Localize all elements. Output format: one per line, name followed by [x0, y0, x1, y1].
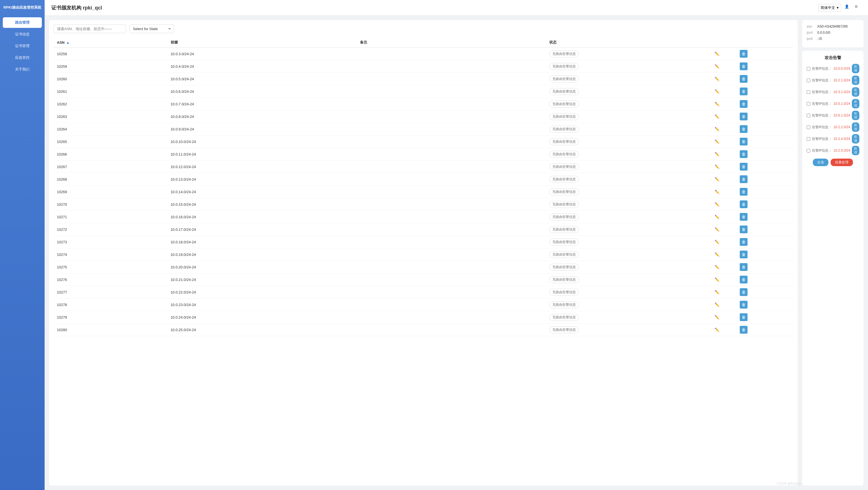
col-header-status: 状态 [546, 38, 698, 47]
edit-icon[interactable]: ✏️ [715, 327, 719, 332]
edit-icon[interactable]: ✏️ [715, 102, 719, 106]
alert-handle-button[interactable]: 处理 [852, 99, 859, 108]
alert-checkbox[interactable] [807, 102, 810, 106]
status-button[interactable]: 无路由告警信息 [549, 201, 579, 208]
status-button[interactable]: 无路由告警信息 [549, 264, 579, 271]
status-button[interactable]: 无路由告警信息 [549, 101, 579, 107]
status-button[interactable]: 无路由告警信息 [549, 314, 579, 321]
status-button[interactable]: 无路由告警信息 [549, 226, 579, 233]
col-header-asn[interactable]: ASN ▲ [54, 38, 167, 47]
edit-icon[interactable]: ✏️ [715, 177, 719, 182]
state-select[interactable]: Select for State无路由告警信息有路由告警信息 [129, 25, 174, 33]
status-button[interactable]: 无路由告警信息 [549, 88, 579, 95]
status-button[interactable]: 无路由告警信息 [549, 188, 579, 195]
edit-icon[interactable]: ✏️ [715, 227, 719, 232]
edit-icon[interactable]: ✏️ [715, 240, 719, 244]
edit-icon[interactable]: ✏️ [715, 202, 719, 206]
delete-button[interactable]: 🗑 [740, 200, 748, 208]
status-button[interactable]: 无路由告警信息 [549, 301, 579, 308]
status-button[interactable]: 无路由告警信息 [549, 214, 579, 221]
edit-icon[interactable]: ✏️ [715, 290, 719, 294]
batch-handle-button[interactable]: 批量处理 [831, 159, 853, 166]
search-input[interactable] [54, 25, 126, 33]
delete-button[interactable]: 🗑 [740, 150, 748, 158]
alert-handle-button[interactable]: 处理 [852, 64, 859, 73]
delete-button[interactable]: 🗑 [740, 100, 748, 108]
status-button[interactable]: 无路由告警信息 [549, 63, 579, 70]
status-button[interactable]: 无路由告警信息 [549, 138, 579, 145]
alert-checkbox[interactable] [807, 149, 810, 153]
edit-icon[interactable]: ✏️ [715, 127, 719, 131]
status-button[interactable]: 无路由告警信息 [549, 151, 579, 158]
edit-icon[interactable]: ✏️ [715, 89, 719, 94]
sidebar-item-about[interactable]: 关于我们 [3, 64, 42, 75]
alert-checkbox[interactable] [807, 78, 810, 82]
language-selector[interactable]: 简体中文 ▾ [818, 4, 841, 12]
delete-button[interactable]: 🗑 [740, 62, 748, 70]
delete-button[interactable]: 🗑 [740, 276, 748, 284]
delete-button[interactable]: 🗑 [740, 50, 748, 58]
alert-checkbox[interactable] [807, 114, 810, 117]
alert-checkbox[interactable] [807, 67, 810, 70]
delete-button[interactable]: 🗑 [740, 301, 748, 308]
delete-button[interactable]: 🗑 [740, 326, 748, 334]
sidebar-item-cert-mgmt[interactable]: 证书管理 [3, 41, 42, 51]
edit-icon[interactable]: ✏️ [715, 152, 719, 156]
sidebar-item-route-mgmt[interactable]: 路由管理 [3, 17, 42, 28]
alert-checkbox[interactable] [807, 137, 810, 141]
status-button[interactable]: 无路由告警信息 [549, 113, 579, 120]
edit-icon[interactable]: ✏️ [715, 315, 719, 319]
status-button[interactable]: 无路由告警信息 [549, 51, 579, 57]
delete-button[interactable]: 🗑 [740, 138, 748, 145]
alert-checkbox[interactable] [807, 90, 810, 94]
status-button[interactable]: 无路由告警信息 [549, 75, 579, 83]
status-button[interactable]: 无路由告警信息 [549, 163, 579, 170]
alert-handle-button[interactable]: 处理 [852, 87, 859, 97]
delete-button[interactable]: 🗑 [740, 251, 748, 258]
edit-icon[interactable]: ✏️ [715, 215, 719, 219]
alert-handle-button[interactable]: 处理 [852, 146, 859, 155]
status-button[interactable]: 无路由告警信息 [549, 326, 579, 333]
edit-icon[interactable]: ✏️ [715, 77, 719, 81]
edit-icon[interactable]: ✏️ [715, 252, 719, 257]
delete-button[interactable]: 🗑 [740, 313, 748, 321]
status-button[interactable]: 无路由告警信息 [549, 276, 579, 283]
edit-icon[interactable]: ✏️ [715, 64, 719, 69]
edit-icon[interactable]: ✏️ [715, 139, 719, 144]
delete-button[interactable]: 🗑 [740, 75, 748, 83]
edit-icon[interactable]: ✏️ [715, 190, 719, 194]
delete-button[interactable]: 🗑 [740, 112, 748, 121]
delete-button[interactable]: 🗑 [740, 88, 748, 95]
status-button[interactable]: 无路由告警信息 [549, 238, 579, 246]
alert-checkbox[interactable] [807, 125, 810, 129]
alert-handle-button[interactable]: 处理 [852, 75, 859, 85]
status-button[interactable]: 无路由告警信息 [549, 176, 579, 183]
alert-handle-button[interactable]: 处理 [852, 111, 859, 120]
sidebar-item-emergency[interactable]: 应急管控 [3, 53, 42, 63]
cell-edit: ✏️ [698, 211, 736, 223]
edit-icon[interactable]: ✏️ [715, 114, 719, 119]
delete-button[interactable]: 🗑 [740, 125, 748, 133]
edit-icon[interactable]: ✏️ [715, 52, 719, 56]
delete-button[interactable]: 🗑 [740, 188, 748, 196]
delete-button[interactable]: 🗑 [740, 226, 748, 233]
sidebar-item-cert-info[interactable]: 证书信息 [3, 29, 42, 40]
delete-button[interactable]: 🗑 [740, 288, 748, 296]
user-icon[interactable]: 👤 [844, 4, 851, 11]
delete-button[interactable]: 🗑 [740, 175, 748, 183]
alert-handle-button[interactable]: 处理 [852, 122, 859, 132]
edit-icon[interactable]: ✏️ [715, 265, 719, 269]
edit-icon[interactable]: ✏️ [715, 164, 719, 169]
delete-button[interactable]: 🗑 [740, 163, 748, 171]
edit-icon[interactable]: ✏️ [715, 302, 719, 307]
status-button[interactable]: 无路由告警信息 [549, 251, 579, 258]
status-button[interactable]: 无路由告警信息 [549, 126, 579, 133]
delete-button[interactable]: 🗑 [740, 213, 748, 221]
delete-button[interactable]: 🗑 [740, 238, 748, 246]
status-button[interactable]: 无路由告警信息 [549, 289, 579, 296]
select-all-button[interactable]: 全选 [813, 159, 828, 166]
edit-icon[interactable]: ✏️ [715, 277, 719, 282]
alert-handle-button[interactable]: 处理 [852, 134, 859, 143]
delete-button[interactable]: 🗑 [740, 263, 748, 271]
settings-icon[interactable]: ⚙ [855, 4, 861, 11]
